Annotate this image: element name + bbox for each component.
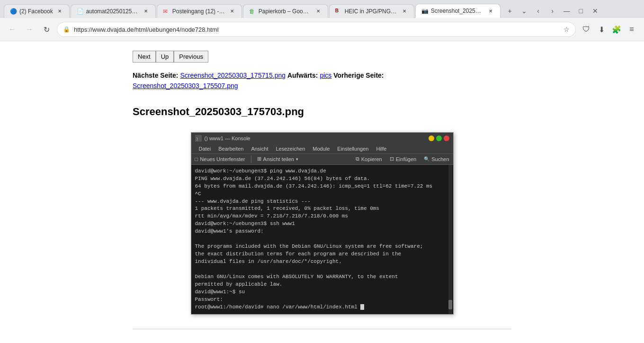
automat-favicon: 📄 xyxy=(77,8,83,15)
tab-gmail-title: Posteingang (12) - d… xyxy=(172,8,225,15)
terminal-body: david@work:~/uebungen3$ ping www.dvajda.… xyxy=(191,165,453,314)
gmail-favicon: ✉ xyxy=(163,8,170,15)
extensions-button[interactable]: 🧩 xyxy=(610,23,623,36)
terminal-toolbar: □ Neues Unterfenster ⊞ Ansicht teilen ▾ … xyxy=(191,154,453,165)
tab-facebook-close[interactable]: ✕ xyxy=(56,8,63,15)
security-icon: 🔒 xyxy=(63,26,70,33)
tab-gmail-close[interactable]: ✕ xyxy=(228,8,236,15)
terminal-menu-datei[interactable]: Datei xyxy=(195,145,215,153)
terminal-menubar: Datei Bearbeiten Ansicht Lesezeichen Mod… xyxy=(191,144,453,154)
svg-text:): ) xyxy=(197,136,198,141)
toolbar-separator xyxy=(251,155,251,163)
ansicht-teilen-button[interactable]: ⊞ Ansicht teilen ▾ xyxy=(257,156,298,162)
tab-bar: 🔵 (2) Facebook ✕ 📄 automat20250125mea… ✕… xyxy=(0,0,644,18)
terminal-title-left: ) () www1 — Konsole xyxy=(195,135,250,142)
terminal-output: david@work:~/uebungen3$ ping www.dvajda.… xyxy=(195,168,449,311)
previous-page-button[interactable]: Previous xyxy=(174,51,208,63)
terminal-menu-module[interactable]: Module xyxy=(309,145,333,153)
tab-heic-title: HEIC in JPG/PNG um… xyxy=(345,8,398,15)
ansicht-teilen-label: Ansicht teilen xyxy=(263,156,294,162)
tab-facebook-title: (2) Facebook xyxy=(19,8,53,15)
terminal-window-controls xyxy=(429,135,449,141)
terminal-maximize-button[interactable] xyxy=(436,135,442,141)
terminal-menu-hilfe[interactable]: Hilfe xyxy=(372,145,390,153)
toolbar-actions: 🛡 ⬇ 🧩 ≡ xyxy=(580,23,638,36)
url-bar[interactable]: 🔒 https://www.dvajda.de/html/uebungen4/n… xyxy=(57,22,576,37)
tab-heic-close[interactable]: ✕ xyxy=(401,8,408,15)
tab-list-button[interactable]: ⌄ xyxy=(518,4,531,18)
browser-menu-button[interactable]: ≡ xyxy=(625,23,638,36)
tab-next-button[interactable]: › xyxy=(546,4,559,18)
up-link[interactable]: pics xyxy=(320,72,331,79)
heic-favicon: B xyxy=(335,8,342,15)
up-prefix: Aufwärts: xyxy=(287,72,318,79)
page-title: Screenshot_20250303_175703.png xyxy=(133,106,511,118)
tab-screenshot-title: Screenshot_20250303_… xyxy=(431,8,484,14)
browser-maximize-button[interactable]: □ xyxy=(574,4,588,18)
download-button[interactable]: ⬇ xyxy=(595,23,608,36)
shield-button[interactable]: 🛡 xyxy=(580,23,593,36)
page-divider xyxy=(133,329,511,329)
terminal-title-text: () www1 — Konsole xyxy=(205,135,250,141)
tab-automat-close[interactable]: ✕ xyxy=(142,8,150,15)
terminal-titlebar: ) () www1 — Konsole xyxy=(191,133,453,144)
page-content: Next Up Previous Nächste Seite: Screensh… xyxy=(0,41,644,340)
terminal-menu-lesezeichen[interactable]: Lesezeichen xyxy=(272,145,309,153)
tab-gmail[interactable]: ✉ Posteingang (12) - d… ✕ xyxy=(157,4,242,18)
tab-papierkorb-close[interactable]: ✕ xyxy=(314,8,322,15)
tab-screenshot[interactable]: 📷 Screenshot_20250303_… ✕ xyxy=(415,4,501,18)
ansicht-teilen-dropdown-icon: ▾ xyxy=(296,157,298,162)
prev-link[interactable]: Screenshot_20250303_175507.png xyxy=(133,82,238,90)
browser-close-button[interactable]: ✕ xyxy=(589,4,602,18)
tab-papierkorb-title: Papierkorb – Google… xyxy=(259,8,312,15)
terminal-close-button[interactable] xyxy=(444,135,449,141)
papierkorb-favicon: 🗑 xyxy=(249,8,256,15)
next-page-button[interactable]: Next xyxy=(133,51,156,63)
next-prefix: Nächste Seite: xyxy=(133,72,178,79)
back-button[interactable]: ← xyxy=(6,23,19,36)
reload-button[interactable]: ↻ xyxy=(40,23,53,36)
kopieren-button[interactable]: ⧉ Kopieren xyxy=(356,156,382,162)
terminal-window: ) () www1 — Konsole Datei Bearbeiten Ans… xyxy=(191,132,454,315)
terminal-scrollbar[interactable] xyxy=(448,165,452,314)
terminal-scrollbar-thumb[interactable] xyxy=(448,300,452,309)
terminal-cursor xyxy=(360,304,364,310)
tab-prev-button[interactable]: ‹ xyxy=(532,4,545,18)
url-text: https://www.dvajda.de/html/uebungen4/nod… xyxy=(74,26,560,33)
suchen-button[interactable]: 🔍 Suchen xyxy=(424,156,449,162)
terminal-toolbar-right: ⧉ Kopieren ⊡ Einfügen 🔍 Suchen xyxy=(356,156,449,162)
kopieren-icon: ⧉ xyxy=(356,156,359,162)
breadcrumb: Nächste Seite: Screenshot_20250303_17571… xyxy=(133,70,511,91)
tab-screenshot-close[interactable]: ✕ xyxy=(487,7,494,15)
einfuegen-icon: ⊡ xyxy=(390,156,394,162)
terminal-menu-ansicht[interactable]: Ansicht xyxy=(247,145,272,153)
new-subfenster-button[interactable]: □ Neues Unterfenster xyxy=(195,156,245,162)
browser-minimize-button[interactable]: — xyxy=(560,4,573,18)
tab-automat[interactable]: 📄 automat20250125mea… ✕ xyxy=(71,4,156,18)
tab-automat-title: automat20250125mea… xyxy=(86,8,139,15)
tab-facebook[interactable]: 🔵 (2) Facebook ✕ xyxy=(4,4,70,18)
tab-actions: + ⌄ ‹ › — □ ✕ xyxy=(503,4,602,18)
einfuegen-button[interactable]: ⊡ Einfügen xyxy=(390,156,416,162)
new-subfenster-icon: □ xyxy=(195,156,198,162)
terminal-minimize-button[interactable] xyxy=(429,135,434,141)
new-tab-button[interactable]: + xyxy=(503,4,517,18)
next-link[interactable]: Screenshot_20250303_175715.png xyxy=(180,72,286,79)
terminal-container: ) () www1 — Konsole Datei Bearbeiten Ans… xyxy=(133,132,511,315)
kopieren-label: Kopieren xyxy=(361,156,382,162)
forward-button[interactable]: → xyxy=(23,23,36,36)
prev-prefix: Vorherige Seite: xyxy=(333,72,384,79)
ansicht-teilen-icon: ⊞ xyxy=(257,156,261,162)
terminal-menu-bearbeiten[interactable]: Bearbeiten xyxy=(215,145,247,153)
up-page-button[interactable]: Up xyxy=(156,51,174,63)
bookmark-icon[interactable]: ☆ xyxy=(564,26,570,33)
suchen-label: Suchen xyxy=(431,156,449,162)
browser-chrome: 🔵 (2) Facebook ✕ 📄 automat20250125mea… ✕… xyxy=(0,0,644,41)
terminal-app-icon: ) xyxy=(195,135,202,142)
page-nav-buttons: Next Up Previous xyxy=(133,51,511,63)
address-bar: ← → ↻ 🔒 https://www.dvajda.de/html/uebun… xyxy=(0,18,644,41)
suchen-icon: 🔍 xyxy=(424,156,429,162)
tab-papierkorb[interactable]: 🗑 Papierkorb – Google… ✕ xyxy=(243,4,328,18)
tab-heic[interactable]: B HEIC in JPG/PNG um… ✕ xyxy=(329,4,414,18)
terminal-menu-einstellungen[interactable]: Einstellungen xyxy=(333,145,372,153)
